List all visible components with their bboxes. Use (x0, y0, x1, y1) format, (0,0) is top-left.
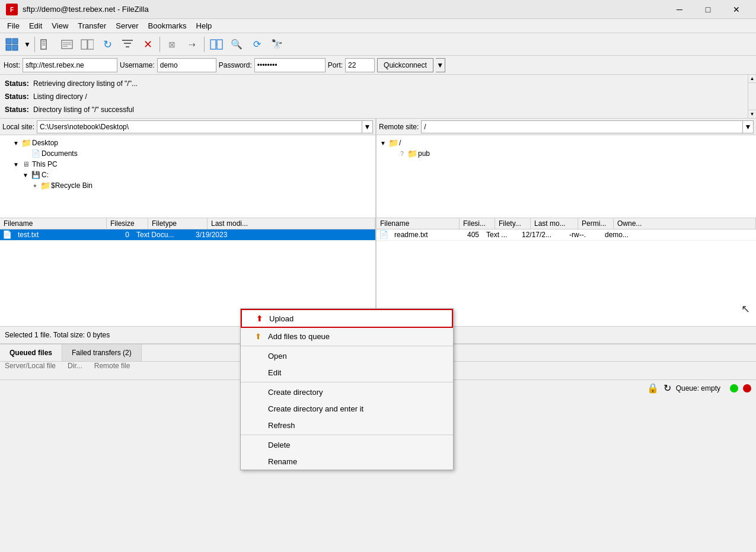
upload-icon: ⬆ (254, 313, 264, 324)
port-label: Port: (328, 61, 343, 69)
status-line-3: Status: Directory listing of "/" success… (5, 103, 743, 116)
expand-desktop[interactable]: ▼ (12, 139, 20, 147)
ctx-refresh[interactable]: Refresh (241, 417, 453, 433)
local-col-filetype[interactable]: Filetype (148, 218, 208, 229)
queue-col-remote: Remote file (94, 362, 130, 370)
disconnect-button[interactable]: ⊠ (162, 36, 181, 53)
search-button[interactable]: 🔍 (227, 36, 246, 53)
expand-pub[interactable]: ? (398, 149, 406, 158)
menu-help[interactable]: Help (192, 20, 217, 31)
edit-spacer (253, 367, 263, 378)
refresh-button[interactable]: ↻ (98, 36, 117, 53)
remote-search-button[interactable]: 🔭 (267, 36, 286, 53)
remote-file-name-readme: readme.txt (391, 229, 459, 240)
reconnect-button[interactable]: ⇢ (183, 36, 202, 53)
quickconnect-button[interactable]: Quickconnect (377, 58, 433, 72)
expand-thispc[interactable]: ▼ (12, 160, 20, 168)
remote-file-row-readme[interactable]: 📄 readme.txt 405 Text ... 12/17/2... -rw… (377, 229, 756, 241)
site-manager-button[interactable] (2, 36, 21, 53)
remote-path-input[interactable] (421, 120, 743, 133)
remote-path-dropdown[interactable]: ▼ (743, 120, 754, 133)
folder-icon-root: 📁 (388, 138, 398, 148)
site-manager-dropdown[interactable]: ▼ (23, 36, 32, 53)
menu-transfer[interactable]: Transfer (73, 20, 111, 31)
tree-item-desktop[interactable]: ▼ 📁 Desktop (2, 138, 373, 148)
ctx-delete[interactable]: Delete (241, 436, 453, 453)
remote-col-filename[interactable]: Filename (377, 218, 460, 229)
toolbar-sep-3 (204, 37, 205, 52)
ctx-edit-label: Edit (268, 368, 281, 377)
status-text-1: Retrieving directory listing of "/"... (33, 79, 138, 88)
toggle-log-button[interactable] (58, 36, 76, 53)
maximize-button[interactable]: □ (694, 0, 722, 19)
svg-rect-19 (210, 40, 216, 49)
remote-tree[interactable]: ▼ 📁 / ? 📁 pub ↖ (377, 135, 756, 218)
ctx-edit[interactable]: Edit (241, 364, 453, 381)
tree-item-documents[interactable]: 📄 Documents (2, 148, 373, 159)
host-input[interactable] (23, 58, 117, 72)
local-path-dropdown[interactable]: ▼ (362, 120, 373, 133)
ctx-rename[interactable]: Rename (241, 453, 453, 470)
sync-browse-button[interactable]: ⟳ (247, 36, 266, 53)
minimize-button[interactable]: ─ (666, 0, 693, 19)
ctx-open[interactable]: Open (241, 347, 453, 364)
remote-col-perms[interactable]: Permi... (578, 218, 614, 229)
remote-col-filetype[interactable]: Filety... (495, 218, 531, 229)
local-path-input[interactable] (37, 120, 362, 133)
toolbar-sep-1 (34, 37, 35, 52)
menu-file[interactable]: File (2, 20, 24, 31)
context-menu: ⬆ Upload ⬆ Add files to queue Open Edit … (240, 308, 454, 470)
menu-edit[interactable]: Edit (24, 20, 47, 31)
ctx-create-dir-label: Create directory (268, 388, 323, 397)
tab-queued-files[interactable]: Queued files (0, 344, 62, 361)
local-col-filesize[interactable]: Filesize (107, 218, 148, 229)
close-button[interactable]: ✕ (723, 0, 750, 19)
expand-root[interactable]: ▼ (379, 139, 387, 147)
local-tree[interactable]: ▼ 📁 Desktop 📄 Documents ▼ 🖥 This PC (0, 135, 375, 218)
remote-col-filesize[interactable]: Filesi... (460, 218, 495, 229)
toggle-queue-button[interactable] (78, 36, 97, 53)
expand-recycle[interactable]: + (31, 181, 39, 190)
remote-col-modified[interactable]: Last mo... (531, 218, 578, 229)
ctx-create-dir-enter[interactable]: Create directory and enter it (241, 400, 453, 417)
filter-button[interactable] (118, 36, 137, 53)
tree-item-recycle[interactable]: + 📁 $Recycle Bin (2, 180, 373, 191)
tree-label-pub: pub (418, 149, 430, 158)
remote-col-owner[interactable]: Owne... (614, 218, 756, 229)
local-col-modified[interactable]: Last modi... (208, 218, 375, 229)
create-dir-spacer (253, 387, 263, 397)
menu-server[interactable]: Server (111, 20, 143, 31)
local-file-row-testtxt[interactable]: 📄 test.txt 0 Text Docu... 3/19/2023 (0, 229, 375, 241)
local-col-filename[interactable]: Filename (0, 218, 107, 229)
scroll-up-arrow[interactable]: ▲ (748, 75, 756, 83)
scroll-down-arrow[interactable]: ▼ (748, 110, 756, 118)
expand-documents[interactable] (21, 149, 30, 158)
local-file-name-testtxt: test.txt (14, 229, 103, 240)
remote-file-mod-readme: 12/17/2... (518, 229, 566, 240)
compare-button[interactable] (207, 36, 226, 53)
svg-rect-20 (217, 40, 222, 49)
username-input[interactable] (157, 58, 216, 72)
port-input[interactable] (345, 58, 375, 72)
tree-item-root[interactable]: ▼ 📁 / (379, 138, 754, 148)
tab-failed-transfers[interactable]: Failed transfers (2) (62, 344, 142, 361)
toggle-local-button[interactable] (37, 36, 56, 53)
local-selection-status: Selected 1 file. Total size: 0 bytes (5, 331, 110, 339)
menu-view[interactable]: View (47, 20, 73, 31)
ctx-sep-1 (241, 346, 453, 346)
ctx-upload[interactable]: ⬆ Upload (241, 309, 453, 328)
expand-cdrive[interactable]: ▼ (21, 171, 30, 179)
ctx-create-dir[interactable]: Create directory (241, 384, 453, 400)
ctx-add-to-queue[interactable]: ⬆ Add files to queue (241, 328, 453, 344)
remote-file-header: Filename Filesi... Filety... Last mo... … (377, 218, 756, 229)
drive-icon-c: 💾 (31, 170, 40, 180)
tree-item-cdrive[interactable]: ▼ 💾 C: (2, 170, 373, 180)
password-input[interactable] (254, 58, 326, 72)
tree-item-thispc[interactable]: ▼ 🖥 This PC (2, 159, 373, 170)
tree-label-cdrive: C: (42, 171, 49, 179)
menu-bookmarks[interactable]: Bookmarks (143, 20, 192, 31)
cancel-button[interactable]: ✕ (138, 36, 157, 53)
status-label-2: Status: (5, 92, 29, 101)
tree-item-pub[interactable]: ? 📁 pub (379, 148, 754, 159)
quickconnect-dropdown[interactable]: ▼ (436, 58, 445, 72)
